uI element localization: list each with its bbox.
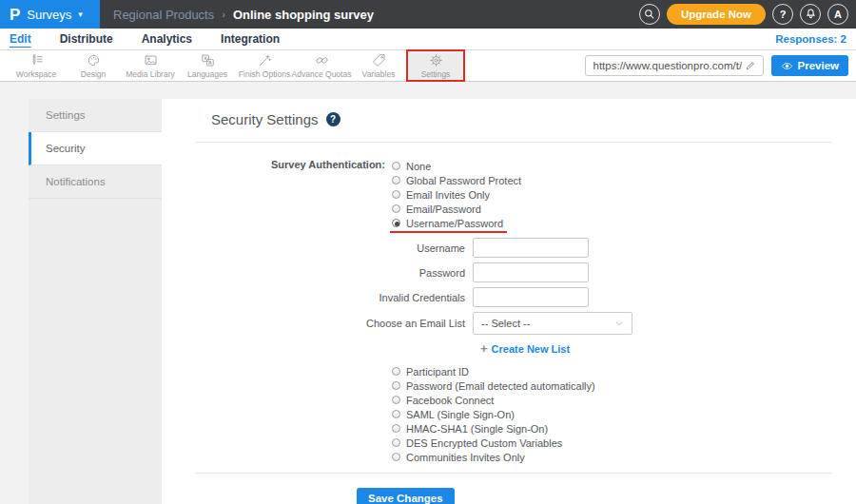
toolbar-advance-quotas[interactable]: Advance Quotas <box>293 50 350 81</box>
toolbar-design[interactable]: Design <box>65 50 122 81</box>
divider <box>195 142 832 143</box>
upgrade-now-button[interactable]: Upgrade Now <box>667 4 766 25</box>
toolbar: Workspace Design Media Library Languages… <box>0 50 856 82</box>
topbar-actions: Upgrade Now ? A <box>639 0 848 29</box>
-distribute[interactable]: Distribute <box>60 32 128 46</box>
invalid-credentials-input[interactable] <box>473 287 589 307</box>
radio-participant-id[interactable]: Participant ID <box>392 364 469 378</box>
settings-icon <box>429 53 443 68</box>
content-area: SettingsSecurityNotifications Security S… <box>0 99 856 504</box>
settings-sidebar: SettingsSecurityNotifications <box>29 99 162 504</box>
survey-url-group: Preview <box>585 55 848 76</box>
save-changes-button[interactable]: Save Changes <box>357 488 455 504</box>
media-library-icon <box>144 53 158 68</box>
radio-none[interactable]: None <box>392 159 431 173</box>
choose-an-email-list-select[interactable]: -- Select -- <box>473 312 632 335</box>
radio-button-icon[interactable] <box>392 438 400 447</box>
radio-button-icon[interactable] <box>392 453 400 461</box>
radio-des-encrypted-custom-variables[interactable]: DES Encrypted Custom Variables <box>392 436 562 450</box>
advance-quotas-icon <box>315 53 329 68</box>
radio-button-icon[interactable] <box>392 162 400 170</box>
radio-button-icon[interactable] <box>392 204 400 213</box>
radio-username-password[interactable]: Username/Password <box>392 216 503 230</box>
survey-url-field <box>585 55 764 76</box>
help-button[interactable]: ? <box>772 4 793 25</box>
radio-button-icon[interactable] <box>392 396 400 404</box>
search-button[interactable] <box>639 4 660 25</box>
design-icon <box>87 53 101 68</box>
chevron-down-icon: ▾ <box>78 10 83 19</box>
radio-password-email-detected-automatically[interactable]: Password (Email detected automatically) <box>392 378 595 393</box>
help-icon[interactable]: ? <box>326 112 340 126</box>
form-field-username: Username <box>162 238 856 258</box>
username-input[interactable] <box>473 238 589 258</box>
radio-button-icon[interactable] <box>392 410 400 418</box>
account-avatar[interactable]: A <box>827 4 848 25</box>
avatar-letter: A <box>834 9 842 20</box>
page-title: Security Settings <box>211 111 319 127</box>
radio-button-icon[interactable] <box>392 424 400 433</box>
breadcrumb: Regional Products › Online shopping surv… <box>113 8 374 22</box>
toolbar-languages[interactable]: Languages <box>179 50 236 81</box>
eye-icon <box>781 60 793 72</box>
toolbar-workspace[interactable]: Workspace <box>8 50 65 81</box>
breadcrumb-separator: › <box>222 9 225 20</box>
preview-button[interactable]: Preview <box>771 55 848 76</box>
form-field-choose-an-email-list: Choose an Email List -- Select -- <box>162 312 856 335</box>
radio-button-icon[interactable] <box>392 176 400 184</box>
auth-options-top: None Global Password Protect Email Invit… <box>392 159 521 230</box>
breadcrumb-survey-name: Online shopping survey <box>233 8 374 22</box>
toolbar-finish-options[interactable]: Finish Options <box>236 50 293 81</box>
bell-icon <box>805 8 817 22</box>
-edit[interactable]: Edit <box>10 32 47 46</box>
radio-email-password[interactable]: Email/Password <box>392 202 481 216</box>
tab-bar: EditDistributeAnalyticsIntegration Respo… <box>0 29 856 50</box>
edit-url-pencil-icon[interactable] <box>742 60 759 71</box>
create-new-list-link[interactable]: + Create New List <box>480 342 570 355</box>
radio-communities-invites-only[interactable]: Communities Invites Only <box>392 450 525 464</box>
question-icon: ? <box>780 9 787 20</box>
auth-options-bottom: Participant ID Password (Email detected … <box>392 364 856 464</box>
radio-hmac-sha1-single-sign-on[interactable]: HMAC-SHA1 (Single Sign-On) <box>392 421 548 436</box>
sidebar-settings[interactable]: Settings <box>29 99 162 132</box>
radio-button-icon[interactable] <box>392 219 400 227</box>
toolbar-variables[interactable]: Variables <box>350 50 407 81</box>
questionpro-logo: P <box>10 7 20 23</box>
credential-fields: Username Password Invalid Credentials Ch… <box>162 238 856 335</box>
sidebar-security[interactable]: Security <box>29 132 162 165</box>
notifications-button[interactable] <box>800 4 821 25</box>
survey-url-input[interactable] <box>593 60 742 71</box>
chevron-down-icon <box>614 315 624 332</box>
radio-button-icon[interactable] <box>392 190 400 199</box>
survey-authentication-label: Survey Authentication: <box>162 159 385 230</box>
security-settings-panel: Security Settings ? Survey Authenticatio… <box>162 99 856 504</box>
variables-icon <box>372 53 386 68</box>
form-field-password: Password <box>162 262 856 282</box>
radio-global-password-protect[interactable]: Global Password Protect <box>392 173 521 187</box>
sidebar-notifications[interactable]: Notifications <box>29 165 162 199</box>
radio-button-icon[interactable] <box>392 367 400 376</box>
workspace-icon <box>29 53 44 68</box>
radio-saml-single-sign-on[interactable]: SAML (Single Sign-On) <box>392 407 515 421</box>
toolbar-media-library[interactable]: Media Library <box>122 50 179 81</box>
password-input[interactable] <box>473 262 589 282</box>
form-field-invalid-credentials: Invalid Credentials <box>162 287 856 307</box>
surveys-menu-label: Surveys <box>27 8 71 22</box>
-analytics[interactable]: Analytics <box>142 32 207 46</box>
radio-button-icon[interactable] <box>392 381 400 390</box>
breadcrumb-folder[interactable]: Regional Products <box>113 8 214 22</box>
toolbar-settings[interactable]: Settings <box>407 50 464 81</box>
languages-icon <box>201 53 215 68</box>
radio-facebook-connect[interactable]: Facebook Connect <box>392 393 494 407</box>
divider <box>195 473 832 474</box>
topbar: P Surveys ▾ Regional Products › Online s… <box>0 0 856 29</box>
responses-count[interactable]: Responses: 2 <box>775 33 846 45</box>
-integration[interactable]: Integration <box>221 32 295 46</box>
finish-options-icon <box>258 53 272 68</box>
search-icon <box>643 8 655 22</box>
plus-icon: + <box>480 342 488 355</box>
radio-email-invites-only[interactable]: Email Invites Only <box>392 187 490 202</box>
surveys-menu[interactable]: P Surveys ▾ <box>0 0 100 29</box>
